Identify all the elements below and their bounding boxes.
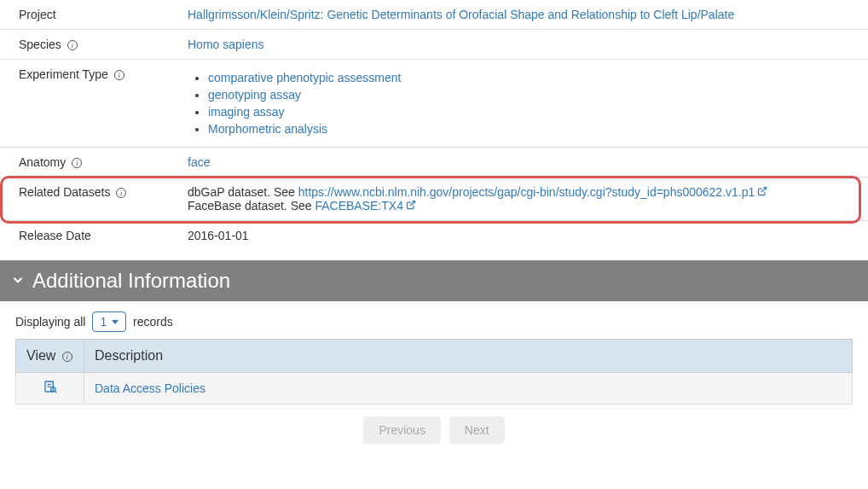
label-release-date: Release Date	[0, 221, 179, 251]
pager: Previous Next	[0, 405, 868, 461]
col-description: Description	[84, 340, 853, 373]
details-table: Project Hallgrimsson/Klein/Spritz: Genet…	[0, 0, 868, 250]
experiment-type-item[interactable]: genotyping assay	[208, 88, 301, 102]
label-project: Project	[0, 0, 179, 30]
related-line-2: FaceBase dataset. See FACEBASE:TX4	[188, 199, 859, 212]
table-row: Data Access Policies	[16, 373, 853, 405]
experiment-type-list: comparative phenotypic assessment genoty…	[188, 69, 859, 137]
project-link[interactable]: Hallgrimsson/Klein/Spritz: Genetic Deter…	[188, 8, 734, 21]
experiment-type-item[interactable]: comparative phenotypic assessment	[208, 71, 401, 84]
section-title: Additional Information	[32, 269, 230, 293]
svg-line-4	[55, 391, 56, 393]
anatomy-link[interactable]: face	[188, 155, 210, 169]
caret-down-icon	[112, 320, 119, 324]
external-link-icon[interactable]	[757, 186, 767, 199]
info-icon[interactable]: i	[62, 352, 72, 362]
species-link[interactable]: Homo sapiens	[188, 38, 264, 51]
next-button[interactable]: Next	[449, 416, 505, 444]
row-release-date: Release Date 2016-01-01	[0, 221, 868, 251]
label-anatomy: Anatomy i	[0, 148, 179, 178]
additional-info-table: View i Description Data Access Policies	[15, 339, 853, 405]
related-line-1: dbGaP dataset. See https://www.ncbi.nlm.…	[188, 185, 859, 199]
col-view: View i	[16, 340, 84, 373]
label-species: Species i	[0, 30, 179, 60]
facebase-link[interactable]: FACEBASE:TX4	[315, 199, 402, 212]
external-link-icon[interactable]	[406, 200, 416, 212]
section-header-additional-info[interactable]: Additional Information	[0, 260, 868, 301]
label-experiment-type: Experiment Type i	[0, 60, 179, 148]
info-icon[interactable]: i	[116, 188, 126, 198]
row-species: Species i Homo sapiens	[0, 30, 868, 60]
chevron-down-icon	[10, 269, 26, 293]
dbgap-link[interactable]: https://www.ncbi.nlm.nih.gov/projects/ga…	[298, 185, 755, 199]
row-related-datasets: Related Datasets i dbGaP dataset. See ht…	[0, 178, 868, 221]
info-icon[interactable]: i	[114, 70, 124, 80]
records-count-select[interactable]: 1	[92, 311, 126, 332]
row-project: Project Hallgrimsson/Klein/Spritz: Genet…	[0, 0, 868, 30]
info-icon[interactable]: i	[72, 158, 82, 168]
label-related-datasets: Related Datasets i	[0, 178, 179, 221]
records-bar: Displaying all 1 records	[0, 301, 868, 339]
experiment-type-item[interactable]: imaging assay	[208, 105, 285, 119]
description-link[interactable]: Data Access Policies	[95, 381, 205, 395]
row-experiment-type: Experiment Type i comparative phenotypic…	[0, 60, 868, 148]
release-date-value: 2016-01-01	[179, 221, 868, 251]
experiment-type-item[interactable]: Morphometric analysis	[208, 122, 327, 136]
info-icon[interactable]: i	[67, 40, 78, 50]
view-record-icon[interactable]	[43, 381, 57, 396]
previous-button[interactable]: Previous	[363, 416, 440, 444]
row-anatomy: Anatomy i face	[0, 148, 868, 178]
